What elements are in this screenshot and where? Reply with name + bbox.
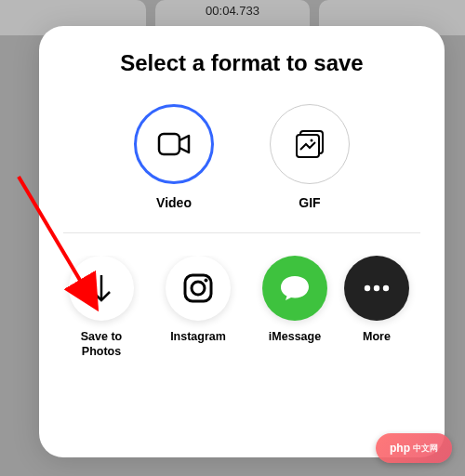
video-icon: [134, 104, 214, 184]
svg-point-3: [311, 139, 313, 142]
format-gif[interactable]: GIF: [270, 104, 350, 210]
sheet-title: Select a format to save: [39, 50, 445, 76]
svg-point-7: [205, 279, 208, 283]
more-icon: [344, 256, 409, 321]
share-label: iMessage: [269, 330, 321, 345]
share-imessage[interactable]: iMessage: [257, 256, 333, 359]
svg-rect-0: [159, 134, 179, 154]
share-save-to-photos[interactable]: Save to Photos: [63, 256, 140, 359]
divider: [63, 232, 420, 233]
share-label: More: [363, 330, 391, 345]
share-more[interactable]: More: [353, 256, 400, 359]
instagram-icon: [166, 256, 231, 321]
format-row: Video GIF: [39, 104, 445, 210]
format-label: GIF: [299, 195, 320, 210]
watermark-text: php: [390, 442, 410, 455]
svg-point-10: [383, 285, 389, 291]
share-sheet: Select a format to save Video GIF: [39, 26, 445, 457]
share-label: Instagram: [170, 330, 226, 345]
imessage-icon: [262, 256, 327, 321]
timestamp: 00:04.733: [206, 4, 259, 18]
share-label: Save to Photos: [81, 330, 122, 359]
svg-point-8: [365, 285, 370, 291]
download-icon: [69, 256, 134, 321]
format-video[interactable]: Video: [134, 104, 214, 210]
watermark-sub: 中文网: [413, 443, 438, 455]
format-label: Video: [156, 195, 192, 210]
gif-icon: [270, 104, 350, 184]
svg-point-6: [192, 282, 205, 295]
share-instagram[interactable]: Instagram: [160, 256, 236, 359]
watermark: php 中文网: [376, 433, 452, 463]
share-row: Save to Photos Instagram iMessage: [39, 256, 445, 359]
svg-point-9: [374, 285, 379, 291]
